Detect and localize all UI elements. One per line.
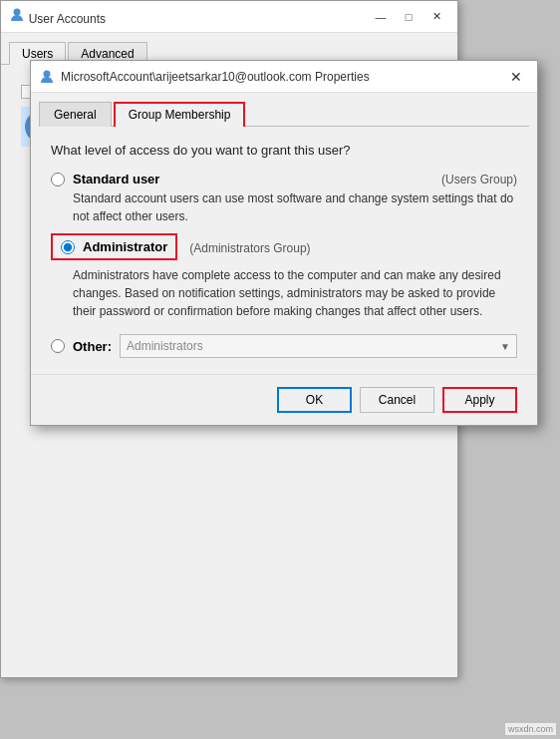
watermark: wsxdn.com	[505, 723, 556, 735]
dropdown-arrow-icon: ▼	[500, 341, 510, 352]
properties-buttons: OK Cancel Apply	[31, 374, 537, 425]
minimize-button[interactable]: —	[368, 6, 394, 28]
standard-user-radio[interactable]	[51, 173, 65, 186]
titlebar-controls: — □ ✕	[368, 6, 449, 28]
titlebar-left: User Accounts	[9, 7, 106, 26]
ok-button[interactable]: OK	[277, 387, 352, 413]
properties-content: What level of access do you want to gran…	[31, 127, 537, 374]
properties-title: MicrosoftAccount\arijeetsarkar10@outlook…	[61, 70, 370, 84]
properties-icon	[39, 69, 55, 85]
standard-user-description: Standard account users can use most soft…	[73, 189, 517, 225]
properties-close-button[interactable]: ✕	[503, 66, 529, 88]
apply-button[interactable]: Apply	[442, 387, 517, 413]
svg-point-2	[44, 70, 51, 77]
admin-highlight-box: Administrator	[51, 233, 177, 260]
administrator-label: Administrator	[83, 239, 167, 254]
administrator-description: Administrators have complete access to t…	[73, 266, 517, 320]
properties-dialog: MicrosoftAccount\arijeetsarkar10@outlook…	[30, 60, 538, 426]
user-accounts-title: User Accounts	[29, 12, 106, 26]
other-label: Other:	[73, 339, 112, 354]
standard-user-row: Standard user (Users Group)	[51, 172, 517, 186]
prop-titlebar-left: MicrosoftAccount\arijeetsarkar10@outlook…	[39, 69, 370, 85]
svg-point-0	[14, 9, 21, 16]
maximize-button[interactable]: □	[396, 6, 421, 28]
administrator-group: (Administrators Group)	[189, 241, 310, 255]
access-question: What level of access do you want to gran…	[51, 143, 517, 158]
properties-tabs: General Group Membership	[31, 93, 537, 126]
standard-user-group: (Users Group)	[441, 173, 517, 186]
standard-user-option: Standard user (Users Group) Standard acc…	[51, 172, 517, 225]
cancel-button[interactable]: Cancel	[360, 387, 434, 413]
other-dropdown-value: Administrators	[127, 339, 203, 353]
properties-titlebar: MicrosoftAccount\arijeetsarkar10@outlook…	[31, 61, 537, 93]
other-dropdown[interactable]: Administrators ▼	[120, 334, 517, 358]
close-button[interactable]: ✕	[423, 6, 449, 28]
other-radio[interactable]	[51, 339, 65, 353]
administrator-radio[interactable]	[61, 240, 75, 254]
standard-user-label: Standard user	[73, 172, 159, 186]
tab-group-membership[interactable]: Group Membership	[114, 102, 246, 127]
user-accounts-titlebar: User Accounts — □ ✕	[1, 1, 457, 33]
tab-general[interactable]: General	[39, 102, 112, 127]
admin-row-wrapper: Administrator (Administrators Group)	[51, 233, 517, 263]
other-option: Other: Administrators ▼	[51, 334, 517, 358]
administrator-option: Administrator (Administrators Group) Adm…	[51, 233, 517, 320]
user-accounts-icon	[9, 7, 25, 23]
